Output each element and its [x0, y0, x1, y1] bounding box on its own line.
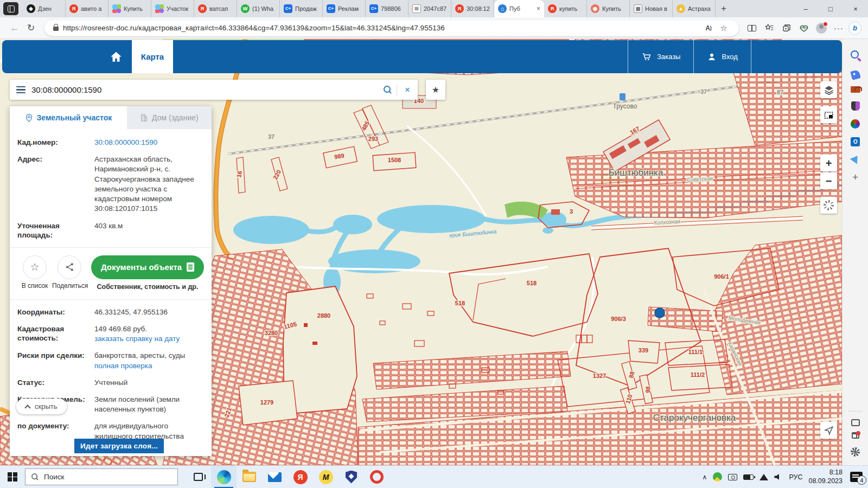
clear-search-icon[interactable]: × [397, 85, 418, 95]
browser-tab[interactable]: С+ Реклам [323, 0, 366, 17]
menu-icon[interactable] [10, 86, 31, 94]
measure-button[interactable] [820, 106, 837, 123]
detail-value: 46.331245, 47.955136 [94, 307, 168, 317]
map-label: 98 [644, 386, 652, 393]
window-maximize-button[interactable]: □ [818, 0, 843, 17]
browser-tab[interactable]: Купить [108, 0, 151, 17]
browser-tab[interactable]: ▦ Новая в [630, 0, 673, 17]
taskbar-search[interactable]: Поиск [25, 468, 178, 485]
browser-tab[interactable]: Я купить [544, 0, 587, 17]
add-to-list-button[interactable]: ☆ В список [17, 255, 52, 290]
battery-icon[interactable] [743, 474, 754, 480]
volume-icon[interactable] [774, 474, 779, 480]
detail-link[interactable]: полная проверка [94, 361, 185, 371]
tab-label: купить [559, 5, 583, 12]
taskbar-app[interactable] [186, 466, 211, 488]
refresh-button[interactable]: ↻ [23, 20, 39, 36]
taskbar-app[interactable]: Я [288, 466, 313, 488]
window-close-button[interactable]: × [843, 0, 868, 17]
taskbar-app[interactable] [211, 466, 237, 488]
tab-favicon: ⌂ [498, 4, 507, 13]
sidebar-icon[interactable] [850, 153, 861, 164]
favorite-star-icon[interactable]: ☆ [716, 21, 731, 35]
map-label: 111/1 [688, 349, 703, 355]
layer-refresh-button[interactable] [820, 197, 837, 214]
taskbar-app[interactable] [364, 466, 390, 488]
browser-tab[interactable]: С+ Продаж [280, 0, 323, 17]
zoom-out-button[interactable]: − [820, 172, 837, 189]
browser-tab[interactable]: ▲ Астраха [673, 0, 716, 17]
share-button[interactable]: Поделиться [52, 255, 87, 290]
browser-essentials-icon[interactable] [796, 21, 812, 35]
zoom-in-button[interactable]: + [820, 155, 837, 171]
cadastral-search-input[interactable] [31, 85, 378, 94]
hide-panel-button[interactable]: скрыть [16, 399, 67, 414]
browser-tab[interactable]: ▤ 2047c87 [409, 0, 451, 17]
browser-tab[interactable]: W (1) Wha [237, 0, 280, 17]
sidebar-icon[interactable] [851, 137, 860, 146]
browser-tab[interactable]: ⌂ Пуб × [494, 0, 544, 17]
profile-avatar[interactable] [814, 21, 829, 35]
browser-tab[interactable]: Я 30:08:12 [451, 0, 494, 17]
tab-close-icon[interactable]: × [537, 5, 540, 12]
settings-menu-icon[interactable]: ··· [831, 21, 846, 35]
browser-tab[interactable]: Я авито а [66, 0, 108, 17]
taskbar-app[interactable] [237, 466, 262, 488]
tab-building[interactable]: Дом (здание) [127, 106, 212, 129]
browser-tab[interactable]: Участок [151, 0, 194, 17]
selected-parcel-marker[interactable] [655, 308, 665, 318]
display-icon[interactable] [728, 474, 737, 480]
browser-tab[interactable]: ◆ Дзен [23, 0, 66, 17]
detail-link[interactable]: заказать справку на дату [94, 334, 180, 344]
detail-value-text: банкротства, аресты, суды [94, 351, 185, 361]
copilot-icon[interactable]: b [848, 22, 861, 35]
sidebar-icon[interactable] [851, 119, 860, 129]
sidebar-icon[interactable] [851, 419, 860, 426]
layers-button[interactable] [820, 81, 837, 98]
orders-button[interactable]: Заказы [628, 40, 693, 73]
sidebar-icon[interactable] [849, 171, 862, 184]
tab-favicon: Я [548, 4, 557, 13]
browser-tab[interactable]: ◉ Купить [587, 0, 630, 17]
parcel-detail-rows: Координаты: 46.331245, 47.955136 Кадастр… [17, 307, 204, 441]
taskbar-app[interactable] [339, 466, 364, 488]
browser-tab[interactable]: С+ 798806 [366, 0, 409, 17]
sidebar-icon[interactable] [851, 86, 860, 93]
taskbar-app[interactable]: M [313, 466, 339, 488]
locate-button[interactable] [820, 422, 837, 439]
favorites-bar-icon[interactable] [762, 21, 777, 35]
workspaces-button[interactable] [3, 2, 18, 15]
app-icon [370, 470, 384, 484]
clock[interactable]: 8:18 08.09.2023 [808, 468, 843, 485]
nav-tab-map[interactable]: Карта [132, 40, 173, 73]
browser-tab[interactable]: Я ватсап [194, 0, 237, 17]
tray-app-icon[interactable] [713, 472, 722, 481]
wifi-icon[interactable] [760, 474, 768, 480]
favorites-button[interactable]: ★ [426, 80, 445, 100]
login-button[interactable]: Вход [693, 40, 751, 73]
sidebar-icon[interactable] [850, 69, 861, 80]
sidebar-icon[interactable] [852, 432, 859, 439]
sidebar-icon[interactable] [851, 447, 860, 457]
url-text[interactable]: https://rosreestr-doc.ru/кадастровая_кар… [63, 24, 701, 32]
object-documents-button[interactable]: Документы объекта [91, 255, 204, 279]
new-tab-button[interactable]: + [716, 1, 732, 17]
taskbar-app[interactable] [262, 466, 288, 488]
language-indicator[interactable]: РУС [789, 473, 802, 481]
notifications-icon[interactable]: 4 [850, 472, 863, 482]
info-value: 403 кв.м [94, 221, 123, 240]
sidebar-icon[interactable] [849, 49, 862, 62]
collections-icon[interactable] [779, 21, 794, 35]
search-icon[interactable] [378, 86, 397, 94]
tab-land-parcel[interactable]: Земельный участок [10, 106, 127, 129]
window-minimize-button[interactable]: – [793, 0, 818, 17]
home-button[interactable] [100, 40, 132, 73]
read-aloud-icon[interactable]: A [701, 21, 716, 35]
sidebar-bottom-icons [851, 415, 860, 461]
split-screen-icon[interactable] [744, 21, 760, 35]
start-button[interactable] [0, 466, 25, 488]
address-bar[interactable]: https://rosreestr-doc.ru/кадастровая_кар… [44, 20, 739, 36]
sidebar-icon[interactable] [851, 101, 860, 111]
tray-chevron-icon[interactable]: ∧ [703, 473, 707, 481]
back-button[interactable]: ← [7, 20, 23, 36]
